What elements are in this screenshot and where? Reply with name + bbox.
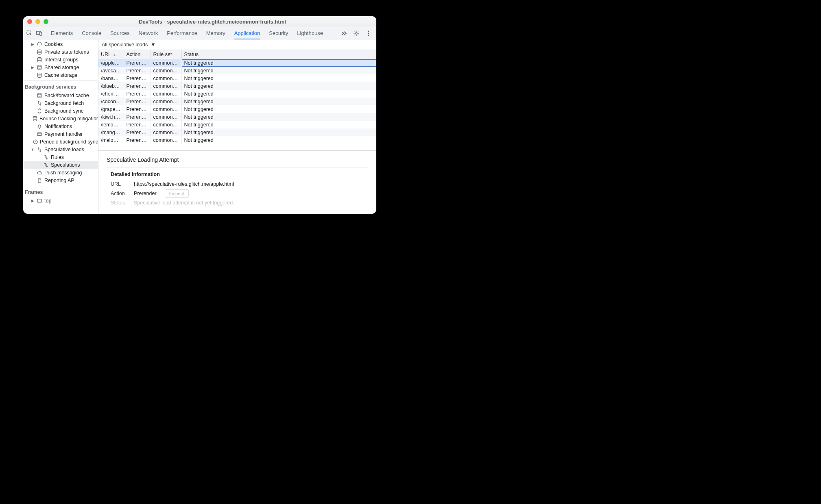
cell-status: Not triggered <box>181 59 376 67</box>
cell-ruleset: common-fr… <box>151 90 181 98</box>
sidebar-item-back-forward-cache[interactable]: Back/forward cache <box>23 91 98 99</box>
column-rule-set[interactable]: Rule set <box>151 50 181 59</box>
column-url[interactable]: URL▲ <box>98 50 124 59</box>
cell-status: Not triggered <box>181 105 376 113</box>
settings-gear-icon[interactable] <box>353 30 360 37</box>
cell-action: Prerender <box>124 82 151 90</box>
cell-ruleset: common-fr… <box>151 136 181 144</box>
speculations-panel: All speculative loads ▼ URL▲ActionRule s… <box>98 39 376 214</box>
bell-icon <box>36 124 43 129</box>
sidebar-item-label: Periodic background sync <box>40 139 98 145</box>
detail-title: Speculative Loading Attempt <box>107 156 368 163</box>
column-action[interactable]: Action <box>124 50 151 59</box>
tab-application[interactable]: Application <box>234 28 260 39</box>
doc-icon <box>36 178 43 183</box>
sidebar-item-rules[interactable]: Rules <box>23 153 98 161</box>
kebab-menu-icon[interactable] <box>365 30 372 37</box>
main-content: ▶CookiesPrivate state tokensInterest gro… <box>23 39 376 214</box>
cell-action: Prerender <box>124 105 151 113</box>
cell-ruleset: common-fr… <box>151 105 181 113</box>
table-row[interactable]: /coconut…Prerendercommon-fr…Not triggere… <box>98 98 376 105</box>
sidebar-item-reporting-api[interactable]: Reporting API <box>23 176 98 184</box>
cell-action: Prerender <box>124 136 151 144</box>
sidebar-item-push-messaging[interactable]: Push messaging <box>23 169 98 176</box>
sidebar-item-background-sync[interactable]: Background sync <box>23 107 98 115</box>
tab-elements[interactable]: Elements <box>51 27 73 39</box>
sidebar-item-label: Shared storage <box>44 65 79 70</box>
tab-performance[interactable]: Performance <box>167 27 197 39</box>
svg-point-7 <box>37 42 41 46</box>
sidebar-item-periodic-background-sync[interactable]: Periodic background sync <box>23 138 98 146</box>
device-toolbar-icon[interactable] <box>35 30 43 37</box>
table-row[interactable]: /avocad…Prerendercommon-fr…Not triggered <box>98 67 376 74</box>
sidebar-item-label: Speculations <box>51 162 80 168</box>
sidebar-item-label: Background fetch <box>44 100 84 106</box>
window-title: DevTools - speculative-rules.glitch.me/c… <box>52 19 372 25</box>
cell-ruleset: common-fr… <box>151 113 181 121</box>
inspect-button[interactable]: Inspect <box>165 189 189 198</box>
sidebar-item-label: Rules <box>51 154 64 160</box>
svg-point-13 <box>33 116 37 118</box>
table-row[interactable]: /apple.htmlPrerendercommon-fr…Not trigge… <box>98 59 376 67</box>
cell-url: /coconut… <box>98 98 124 105</box>
tab-console[interactable]: Console <box>82 27 101 39</box>
minimize-window-button[interactable] <box>35 19 40 24</box>
sidebar-item-payment-handler[interactable]: Payment handler <box>23 130 98 138</box>
tab-network[interactable]: Network <box>139 27 158 39</box>
sidebar-item-cookies[interactable]: ▶Cookies <box>23 40 98 48</box>
cell-status: Not triggered <box>181 113 376 121</box>
sidebar-heading-frames: Frames <box>23 188 98 197</box>
sidebar-item-shared-storage[interactable]: ▶Shared storage <box>23 63 98 71</box>
sidebar-item-top[interactable]: ▶top <box>23 197 98 204</box>
cell-status: Not triggered <box>181 98 376 105</box>
sidebar-item-speculations[interactable]: Speculations <box>23 161 98 169</box>
sidebar-item-background-fetch[interactable]: Background fetch <box>23 99 98 107</box>
sidebar-item-bounce-tracking-mitigations[interactable]: Bounce tracking mitigations <box>23 115 98 122</box>
cell-ruleset: common-fr… <box>151 67 181 74</box>
cell-action: Prerender <box>124 59 151 67</box>
table-row[interactable]: /banana.…Prerendercommon-fr…Not triggere… <box>98 74 376 82</box>
cell-ruleset: common-fr… <box>151 59 181 67</box>
application-sidebar: ▶CookiesPrivate state tokensInterest gro… <box>23 39 98 214</box>
tab-memory[interactable]: Memory <box>206 27 225 39</box>
table-row[interactable]: /melon.h…Prerendercommon-fr…Not triggere… <box>98 136 376 144</box>
tab-lighthouse[interactable]: Lighthouse <box>297 27 323 39</box>
table-row[interactable]: /cherry.h…Prerendercommon-fr…Not trigger… <box>98 90 376 98</box>
table-row[interactable]: /grape.htmlPrerendercommon-fr…Not trigge… <box>98 105 376 113</box>
cell-url: /blueberr… <box>98 82 124 90</box>
tab-security[interactable]: Security <box>269 27 288 39</box>
cell-status: Not triggered <box>181 74 376 82</box>
card-icon <box>36 131 43 137</box>
sidebar-item-speculative-loads[interactable]: ▼Speculative loads <box>23 146 98 153</box>
frame-icon <box>36 198 43 204</box>
sidebar-item-label: Cache storage <box>44 72 77 78</box>
inspect-icon[interactable] <box>26 30 33 37</box>
svg-point-8 <box>38 50 41 51</box>
filter-dropdown[interactable]: All speculative loads ▼ <box>102 42 156 48</box>
db-icon <box>32 116 38 122</box>
svg-point-4 <box>368 30 369 32</box>
sidebar-item-notifications[interactable]: Notifications <box>23 122 98 130</box>
sidebar-item-private-state-tokens[interactable]: Private state tokens <box>23 48 98 56</box>
sidebar-item-cache-storage[interactable]: Cache storage <box>23 71 98 79</box>
cell-url: /cherry.h… <box>98 90 124 98</box>
more-tabs-icon[interactable] <box>341 30 348 37</box>
cell-action: Prerender <box>124 121 151 128</box>
svg-point-9 <box>38 57 41 59</box>
table-row[interactable]: /blueberr…Prerendercommon-fr…Not trigger… <box>98 82 376 90</box>
cell-ruleset: common-fr… <box>151 98 181 105</box>
db-icon <box>36 49 43 55</box>
table-row[interactable]: /mango.…Prerendercommon-fr…Not triggered <box>98 128 376 136</box>
table-row[interactable]: /lemon.h…Prerendercommon-fr…Not triggere… <box>98 121 376 128</box>
sidebar-item-interest-groups[interactable]: Interest groups <box>23 56 98 63</box>
maximize-window-button[interactable] <box>44 19 48 24</box>
column-status[interactable]: Status <box>181 50 376 59</box>
table-row[interactable]: /kiwi.htmlPrerendercommon-fr…Not trigger… <box>98 113 376 121</box>
sidebar-item-label: Payment handler <box>44 131 83 137</box>
close-window-button[interactable] <box>27 19 32 24</box>
tab-sources[interactable]: Sources <box>110 27 130 39</box>
fetch-icon <box>36 100 43 106</box>
cookie-icon <box>36 41 43 47</box>
devtools-window: DevTools - speculative-rules.glitch.me/c… <box>23 16 376 214</box>
detail-action-value: Prerender <box>134 191 157 196</box>
